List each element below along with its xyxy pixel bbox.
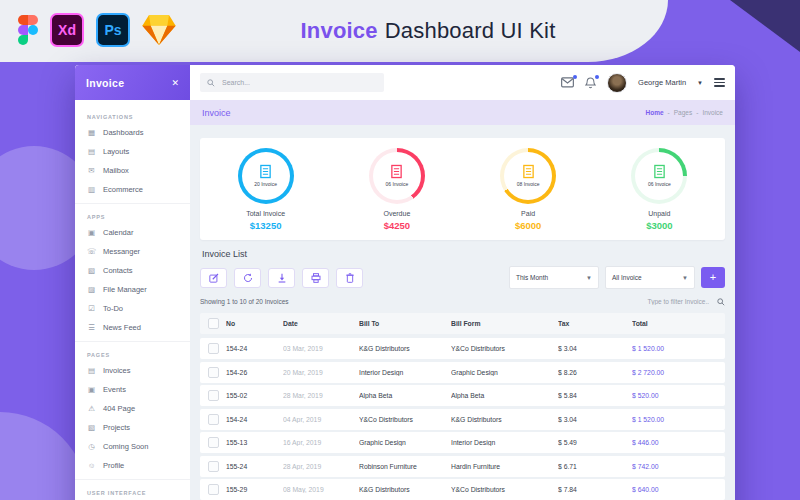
bell-icon[interactable]	[585, 77, 596, 89]
row-checkbox[interactable]	[208, 484, 219, 495]
profile-icon: ☺	[87, 462, 96, 470]
invoice-receipt-icon	[522, 164, 535, 179]
download-button[interactable]	[268, 268, 295, 288]
row-checkbox[interactable]	[208, 343, 219, 354]
dashboard-window: Invoice ✕ NAVIGATIONS ▦Dashboards ▤Layou…	[75, 65, 735, 500]
row-checkbox[interactable]	[208, 367, 219, 378]
sidebar-item-events[interactable]: ▣Events	[75, 380, 190, 399]
invoice-toolbar: This Month ▼ All Invoice ▼ +	[200, 266, 725, 289]
sidebar-item-dashboards[interactable]: ▦Dashboards	[75, 123, 190, 142]
sidebar-item-contacts[interactable]: ▧Contacts	[75, 261, 190, 280]
contacts-icon: ▧	[87, 267, 96, 275]
sidebar-item-ecommerce[interactable]: ▥Ecommerce	[75, 180, 190, 199]
edit-button[interactable]	[200, 268, 227, 288]
stat-label: Overdue	[383, 210, 410, 217]
error-page-icon: ⚠	[87, 405, 96, 413]
print-button[interactable]	[302, 268, 329, 288]
row-checkbox[interactable]	[208, 390, 219, 401]
stat-overdue: 06 Invoice Overdue $4250	[331, 148, 462, 231]
column-date[interactable]: Date	[283, 320, 359, 327]
stat-total-invoice: 20 Invoice Total Invoice $13250	[200, 148, 331, 231]
sidebar-item-projects[interactable]: ▧Projects	[75, 418, 190, 437]
chat-icon: ☏	[87, 248, 96, 256]
section-label-user-interface: USER INTERFACE	[87, 490, 178, 496]
chevron-down-icon: ▼	[586, 275, 592, 281]
sidebar-item-layouts[interactable]: ▤Layouts	[75, 142, 190, 161]
row-checkbox[interactable]	[208, 461, 219, 472]
sidebar: Invoice ✕ NAVIGATIONS ▦Dashboards ▤Layou…	[75, 65, 190, 500]
chevron-down-icon: ▼	[682, 275, 688, 281]
invoice-type-select[interactable]: All Invoice ▼	[605, 266, 695, 289]
add-invoice-button[interactable]: +	[701, 267, 725, 288]
chevron-down-icon[interactable]: ▼	[697, 80, 703, 86]
column-bill-to[interactable]: Bill To	[359, 320, 451, 327]
list-info-row: Showing 1 to 10 of 20 Invoices	[200, 297, 725, 306]
sidebar-item-profile[interactable]: ☺Profile	[75, 456, 190, 475]
invoice-icon: ▤	[87, 367, 96, 375]
sidebar-item-to-do[interactable]: ☑To-Do	[75, 299, 190, 318]
promo-title-highlight: Invoice	[301, 18, 378, 44]
page-title: Invoice	[202, 108, 231, 118]
sidebar-brand: Invoice ✕	[75, 65, 190, 100]
dashboard-icon: ▦	[87, 129, 96, 137]
sidebar-item-calendar[interactable]: ▣Calendar	[75, 223, 190, 242]
sidebar-item-mailbox[interactable]: ✉Mailbox	[75, 161, 190, 180]
table-row[interactable]: 155-13 16 Apr, 2019 Graphic Design Inter…	[200, 432, 725, 453]
sidebar-menu: NAVIGATIONS ▦Dashboards ▤Layouts ✉Mailbo…	[75, 100, 190, 500]
breadcrumb-pages[interactable]: Pages	[674, 109, 692, 116]
month-filter-select[interactable]: This Month ▼	[509, 266, 599, 289]
promo-header: Xd Ps Invoice Dashboard UI Kit	[0, 0, 800, 62]
breadcrumb-invoice: Invoice	[702, 109, 723, 116]
delete-button[interactable]	[336, 268, 363, 288]
stat-amount: $13250	[250, 220, 282, 231]
showing-text: Showing 1 to 10 of 20 Invoices	[200, 298, 289, 305]
calendar-icon: ▣	[87, 229, 96, 237]
table-row[interactable]: 155-24 28 Apr, 2019 Robinson Furniture H…	[200, 456, 725, 477]
stat-label: Paid	[521, 210, 535, 217]
column-no[interactable]: No	[226, 320, 283, 327]
stat-label: Unpaid	[648, 210, 670, 217]
table-row[interactable]: 154-24 04 Apr, 2019 Y&Co Distributors K&…	[200, 409, 725, 430]
invoice-receipt-icon	[653, 164, 666, 179]
clock-icon: ◷	[87, 443, 96, 451]
stat-amount: $6000	[515, 220, 541, 231]
invoice-receipt-icon	[259, 164, 272, 179]
sidebar-item-news-feed[interactable]: ☰News Feed	[75, 318, 190, 337]
invoice-list-title: Invoice List	[202, 249, 723, 259]
row-checkbox[interactable]	[208, 437, 219, 448]
download-icon	[277, 273, 287, 283]
column-tax[interactable]: Tax	[558, 320, 632, 327]
sidebar-item-file-manager[interactable]: ▨File Manager	[75, 280, 190, 299]
sidebar-item-coming-soon[interactable]: ◷Coming Soon	[75, 437, 190, 456]
table-row[interactable]: 155-02 28 Mar, 2019 Alpha Beta Alpha Bet…	[200, 385, 725, 406]
mail-icon[interactable]	[561, 77, 574, 88]
hamburger-icon[interactable]	[714, 78, 725, 87]
table-row[interactable]: 154-24 03 Mar, 2019 K&G Distributors Y&C…	[200, 338, 725, 359]
sidebar-item-invoices[interactable]: ▤Invoices	[75, 361, 190, 380]
print-icon	[311, 273, 321, 283]
sidebar-item-messanger[interactable]: ☏Messanger	[75, 242, 190, 261]
table-row[interactable]: 155-29 08 May, 2019 K&G Distributors Y&C…	[200, 479, 725, 500]
user-avatar[interactable]	[607, 73, 627, 93]
table-row[interactable]: 154-26 20 Mar, 2019 Interior Design Grap…	[200, 362, 725, 383]
news-icon: ☰	[87, 324, 96, 332]
search-box[interactable]	[200, 73, 384, 92]
user-name[interactable]: George Martin	[638, 78, 686, 87]
row-checkbox[interactable]	[208, 414, 219, 425]
events-icon: ▣	[87, 386, 96, 394]
todo-icon: ☑	[87, 305, 96, 313]
column-total[interactable]: Total	[632, 320, 725, 327]
select-all-checkbox[interactable]	[208, 318, 219, 329]
table-header: No Date Bill To Bill Form Tax Total	[200, 313, 725, 334]
search-icon[interactable]	[717, 298, 725, 306]
filter-input[interactable]	[612, 297, 711, 306]
breadcrumb-home[interactable]: Home	[646, 109, 664, 116]
search-icon	[207, 79, 215, 87]
sidebar-item-404-page[interactable]: ⚠404 Page	[75, 399, 190, 418]
stat-amount: $3000	[646, 220, 672, 231]
search-input[interactable]	[220, 78, 377, 87]
column-bill-form[interactable]: Bill Form	[451, 320, 558, 327]
close-icon[interactable]: ✕	[171, 78, 179, 88]
section-label-pages: PAGES	[87, 352, 178, 358]
refresh-button[interactable]	[234, 268, 261, 288]
